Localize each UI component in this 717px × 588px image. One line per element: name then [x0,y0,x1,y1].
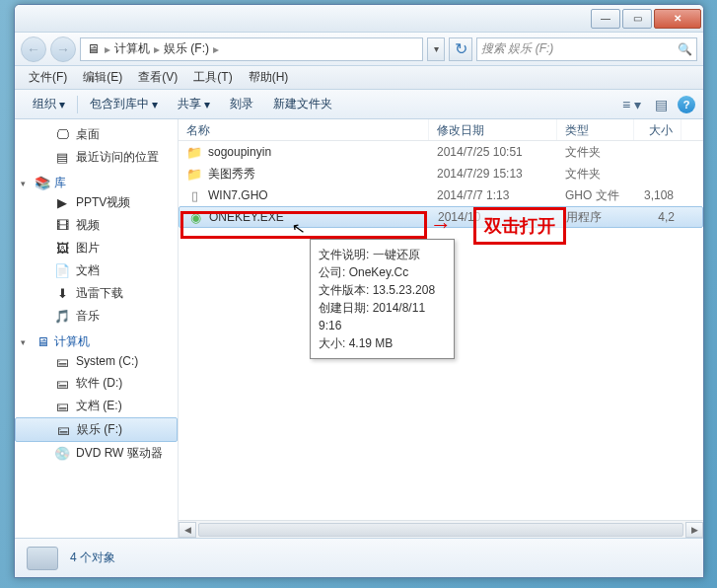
file-name-cell: 📁sogoupinyin [179,144,429,160]
computer-icon: 🖥 [35,334,50,350]
sidebar-item-fdrive[interactable]: 🖴娱乐 (F:) [15,417,178,442]
tooltip-line: 文件版本: 13.5.23.208 [319,281,446,299]
tooltip-line: 公司: OneKey.Cc [319,263,446,281]
sidebar-item-ddrive[interactable]: 🖴软件 (D:) [15,372,178,395]
sidebar-item-pptv[interactable]: ▶PPTV视频 [15,191,178,214]
download-icon: ⬇ [54,286,70,302]
file-name-cell: ◉ONEKEY.EXE [179,209,430,225]
breadcrumb-sep-icon: ▸ [105,42,110,56]
statusbar: 4 个对象 [15,538,703,577]
sidebar-item-dvd[interactable]: 💿DVD RW 驱动器 [15,442,178,465]
file-size-cell: 3,108 [634,188,681,202]
maximize-button[interactable]: ▭ [622,9,652,29]
desktop-icon: 🖵 [54,127,70,143]
sidebar-group-computer[interactable]: ▾🖥计算机 [15,333,178,350]
menu-view[interactable]: 查看(V) [130,67,185,88]
back-button[interactable]: ← [21,37,46,62]
help-button[interactable]: ? [678,96,695,113]
sidebar-item-music[interactable]: 🎵音乐 [15,305,178,328]
tool-newfolder[interactable]: 新建文件夹 [263,93,342,115]
file-type-icon: ▯ [186,187,202,203]
close-button[interactable]: ✕ [654,9,701,29]
file-type-icon: 📁 [186,166,202,182]
chevron-down-icon: ▾ [152,98,158,111]
col-date-header[interactable]: 修改日期 [429,119,557,140]
file-type-cell: 文件夹 [557,144,634,161]
breadcrumb-seg[interactable]: 计算机 [114,40,150,57]
list-header: 名称 修改日期 类型 大小 [179,119,703,141]
scrollbar-horizontal[interactable]: ◀ ▶ [179,520,703,538]
col-type-header[interactable]: 类型 [557,119,634,140]
file-type-cell: 用程序 [558,209,635,226]
navbar: ← → 🖥 ▸ 计算机 ▸ 娱乐 (F:) ▸ ▾ ↻ 搜索 娱乐 (F:) 🔍 [15,33,703,66]
forward-button[interactable]: → [50,37,76,62]
sidebar-item-recent[interactable]: ▤最近访问的位置 [15,146,178,169]
computer-icon: 🖥 [85,41,101,57]
menu-help[interactable]: 帮助(H) [241,67,297,88]
minimize-button[interactable]: — [591,9,620,29]
breadcrumb-seg[interactable]: 娱乐 (F:) [164,40,209,57]
scroll-left-button[interactable]: ◀ [179,522,196,538]
sidebar-item-edrive[interactable]: 🖴文档 (E:) [15,395,178,417]
breadcrumb[interactable]: 🖥 ▸ 计算机 ▸ 娱乐 (F:) ▸ [80,37,423,61]
sidebar: 🖵桌面 ▤最近访问的位置 ▾📚库 ▶PPTV视频 🎞视频 🖼图片 📄文档 ⬇迅雷… [15,119,179,538]
video-icon: 🎞 [54,218,70,234]
file-date-cell: 2014/7/25 10:51 [429,145,557,159]
drive-icon: 🖴 [55,422,71,438]
tree-collapse-icon: ▾ [21,179,31,188]
col-name-header[interactable]: 名称 [179,119,429,140]
sidebar-group-libraries[interactable]: ▾📚库 [15,175,178,191]
libraries-icon: 📚 [35,176,50,191]
file-type-icon: 📁 [186,144,202,160]
sidebar-item-cdrive[interactable]: 🖴System (C:) [15,350,178,372]
menu-edit[interactable]: 编辑(E) [75,67,130,88]
file-row[interactable]: 📁美图秀秀2014/7/29 15:13文件夹 [179,163,703,184]
file-date-cell: 2014/10 [430,210,558,224]
scroll-right-button[interactable]: ▶ [685,522,703,538]
file-name: sogoupinyin [208,145,271,159]
drive-icon: 🖴 [54,399,70,414]
tooltip-line: 创建日期: 2014/8/11 9:16 [319,299,446,334]
refresh-button[interactable]: ↻ [449,37,472,61]
file-name: ONEKEY.EXE [209,210,284,224]
chevron-down-icon: ▾ [59,98,65,111]
breadcrumb-sep-icon: ▸ [154,42,160,56]
col-size-header[interactable]: 大小 [634,119,681,140]
pictures-icon: 🖼 [54,241,70,257]
preview-button[interactable]: ▤ [651,95,672,114]
sidebar-item-xunlei[interactable]: ⬇迅雷下载 [15,282,178,305]
toolbar: 组织 ▾ 包含到库中 ▾ 共享 ▾ 刻录 新建文件夹 ≡ ▾ ▤ ? [15,90,703,119]
file-name-cell: 📁美图秀秀 [179,166,429,183]
breadcrumb-sep-icon: ▸ [213,42,219,56]
menu-file[interactable]: 文件(F) [21,67,75,88]
file-date-cell: 2014/7/7 1:13 [429,188,557,202]
tooltip: 文件说明: 一键还原 公司: OneKey.Cc 文件版本: 13.5.23.2… [310,239,455,359]
music-icon: 🎵 [54,309,70,325]
file-name: WIN7.GHO [208,188,268,202]
search-placeholder: 搜索 娱乐 (F:) [481,40,553,57]
chevron-down-icon: ▾ [204,98,210,111]
video-icon: ▶ [54,195,70,211]
file-row[interactable]: ▯WIN7.GHO2014/7/7 1:13GHO 文件3,108 [179,184,703,206]
tool-organize[interactable]: 组织 ▾ [23,93,75,115]
status-drive-icon [27,547,58,570]
sidebar-item-videos[interactable]: 🎞视频 [15,214,178,237]
view-mode-button[interactable]: ≡ ▾ [618,95,645,114]
toolbar-right: ≡ ▾ ▤ ? [618,95,695,114]
scroll-thumb[interactable] [198,523,683,537]
menu-tools[interactable]: 工具(T) [185,67,240,88]
file-size-cell: 4,2 [635,210,682,224]
search-input[interactable]: 搜索 娱乐 (F:) 🔍 [476,37,697,61]
file-row[interactable]: ◉ONEKEY.EXE2014/10用程序4,2 [179,206,703,228]
file-row[interactable]: 📁sogoupinyin2014/7/25 10:51文件夹 [179,141,703,163]
tool-share[interactable]: 共享 ▾ [168,93,220,115]
tool-burn[interactable]: 刻录 [220,93,263,115]
documents-icon: 📄 [54,263,70,279]
sidebar-item-documents[interactable]: 📄文档 [15,259,178,282]
file-name: 美图秀秀 [208,166,255,183]
sidebar-item-desktop[interactable]: 🖵桌面 [15,123,178,146]
sidebar-item-pictures[interactable]: 🖼图片 [15,237,178,259]
recent-icon: ▤ [54,150,70,166]
tool-include[interactable]: 包含到库中 ▾ [80,93,168,115]
breadcrumb-dropdown[interactable]: ▾ [427,37,445,61]
